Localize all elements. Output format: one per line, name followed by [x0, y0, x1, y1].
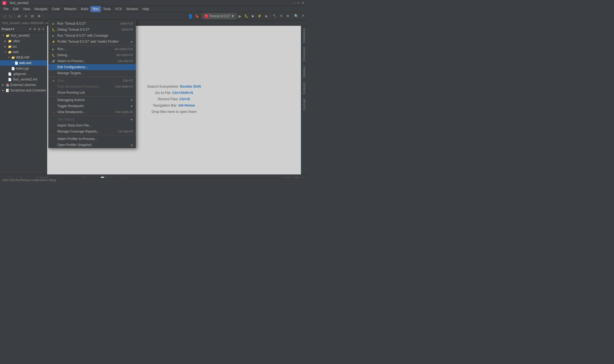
- toolbar-sync-btn[interactable]: ⇄: [16, 13, 22, 19]
- manage-coverage-shortcut: Ctrl+Alt+F6: [118, 130, 133, 133]
- menu-run-coverage[interactable]: ▶ Run 'Tomcat 8.5.57' with Coverage: [49, 33, 136, 39]
- coverage-button[interactable]: ▶: [250, 13, 256, 19]
- toolbar-settings-btn[interactable]: ⚙: [285, 13, 291, 19]
- tree-item-indexjsp[interactable]: ▶ 📄 index.jsp: [0, 66, 47, 71]
- tree-item-scratches[interactable]: ▶ 📝 Scratches and Consoles: [0, 88, 47, 93]
- menu-help[interactable]: Help: [140, 6, 151, 12]
- toolbar-reload-btn[interactable]: ↻: [278, 13, 284, 19]
- menu-toggle-bp[interactable]: Toggle Breakpoint ▶: [49, 103, 136, 109]
- tree-item-iml[interactable]: ▶ 📄 Test_servlet2.iml: [0, 77, 47, 82]
- menu-show-running[interactable]: Show Running List: [49, 90, 136, 96]
- menu-open-profiler[interactable]: Open Profiler Snapshot ▶: [49, 142, 136, 148]
- right-tab-ai[interactable]: AI Assistant: [302, 45, 306, 64]
- expand-arrow-webinf: ▼: [8, 56, 10, 59]
- menu-stop[interactable]: ⏹ Stop Ctrl+F2: [49, 78, 136, 84]
- menu-run-generic[interactable]: ▶ Run... Alt+Shift+F10: [49, 46, 136, 52]
- menu-stop-bg[interactable]: Stop Background Processes... Ctrl+Shift+…: [49, 84, 136, 90]
- breadcrumb-webinf[interactable]: WEB-INF: [31, 21, 43, 25]
- toolbar-list-btn[interactable]: ≡: [23, 13, 29, 19]
- debug-generic-label: Debug...: [57, 53, 70, 57]
- menu-view[interactable]: View: [21, 6, 32, 12]
- menu-bar: File Edit View Navigate Code Refactor Bu…: [0, 6, 307, 12]
- toolbar-gear-btn[interactable]: ⚙: [36, 13, 42, 19]
- toolbar-collapse-btn[interactable]: ⊟: [29, 13, 35, 19]
- sidebar-settings-icon[interactable]: ⚙: [33, 27, 36, 31]
- tree-item-webinf[interactable]: ▼ 📁 WEB-INF: [0, 55, 47, 60]
- tree-item-idea[interactable]: ▶ 📁 .idea: [0, 38, 47, 44]
- sidebar-close-icon[interactable]: ✕: [41, 27, 45, 31]
- tree-item-gitignore[interactable]: ▶ 📄 .gitignore: [0, 71, 47, 77]
- run-button[interactable]: ▶: [237, 13, 243, 19]
- build-button[interactable]: 🔨: [272, 13, 278, 19]
- hint-key-4: Alt+Home: [178, 103, 195, 107]
- menu-run[interactable]: Run: [90, 6, 101, 12]
- right-tab-endpoints[interactable]: Endpoints: [302, 80, 306, 96]
- menu-manage-coverage[interactable]: Manage Coverage Reports... Ctrl+Alt+F6: [49, 128, 136, 134]
- run-config-selector[interactable]: T Tomcat 8.5.57 ▼: [203, 13, 236, 19]
- toolbar-forward-btn[interactable]: ▷: [8, 13, 14, 19]
- manage-coverage-label: Manage Coverage Reports...: [57, 130, 100, 133]
- toolbar: ◁ ▷ ⇄ ≡ ⊟ ⚙ 👤 🔖 T Tomcat 8.5.57 ▼ ▶ 🐛 ▶ …: [0, 12, 307, 20]
- expand-arrow-idea: ▶: [4, 40, 7, 42]
- menu-debug-actions[interactable]: Debugging Actions ▶: [49, 97, 136, 103]
- menu-manage-targets[interactable]: Manage Targets...: [49, 70, 136, 76]
- right-tab-notifications[interactable]: Notifications: [302, 26, 306, 45]
- menu-run-tomcat[interactable]: ▶ Run 'Tomcat 8.5.57' Shift+F10: [49, 21, 136, 27]
- toolbar-user-btn[interactable]: 👤: [187, 13, 194, 19]
- open-profiler-label: Open Profiler Snapshot: [57, 143, 92, 147]
- test-history-label: Test History: [57, 117, 75, 121]
- menu-edit[interactable]: Edit: [11, 6, 21, 12]
- run-dropdown-menu: ▶ Run 'Tomcat 8.5.57' Shift+F10 🐛 Debug …: [48, 20, 136, 148]
- menu-test-history[interactable]: Test History ▶: [49, 116, 136, 122]
- right-sidebar: Notifications AI Assistant Database Endp…: [301, 26, 307, 174]
- toggle-bp-arrow: ▶: [131, 105, 133, 107]
- menu-build[interactable]: Build: [79, 6, 90, 12]
- tree-label-idea: .idea: [13, 39, 20, 43]
- close-button[interactable]: ✕: [301, 1, 305, 5]
- toolbar-back-btn[interactable]: ◁: [1, 13, 7, 19]
- maximize-button[interactable]: □: [297, 1, 300, 5]
- sidebar-collapse-icon[interactable]: ⊟: [37, 27, 41, 31]
- menu-tools[interactable]: Tools: [101, 6, 113, 12]
- tree-item-web[interactable]: ▼ 📁 web: [0, 49, 47, 55]
- menu-edit-config[interactable]: Edit Configurations...: [49, 64, 136, 70]
- debug-button[interactable]: 🐛: [243, 13, 249, 19]
- tree-item-root[interactable]: ▼ 📁 Test_servlet2: [0, 33, 47, 38]
- menu-refactor[interactable]: Refactor: [62, 6, 79, 12]
- menu-attach-profiler[interactable]: Attach Profiler to Process...: [49, 136, 136, 142]
- open-profiler-arrow: ▶: [131, 144, 133, 146]
- tree-item-webxml[interactable]: ▶ 📄 web.xml: [0, 60, 47, 66]
- profile-button[interactable]: ⚡: [257, 13, 263, 19]
- menu-debug-tomcat[interactable]: 🐛 Debug 'Tomcat 8.5.57' Shift+F9: [49, 27, 136, 33]
- hint-label-5: Drop files here to open them: [152, 110, 197, 114]
- menu-window[interactable]: Window: [124, 6, 140, 12]
- hint-label-3: Recent Files: [158, 97, 178, 101]
- menu-code[interactable]: Code: [50, 6, 62, 12]
- tree-item-src[interactable]: ▶ 📁 src: [0, 44, 47, 49]
- breadcrumb-project[interactable]: Test_servlet2: [2, 21, 20, 25]
- file-icon-iml: 📄: [8, 78, 12, 81]
- menu-attach-process[interactable]: 🔗 Attach to Process... Ctrl+Alt+F5: [49, 58, 136, 64]
- menu-import-tests[interactable]: Import Tests from File...: [49, 122, 136, 128]
- breadcrumb-web[interactable]: web: [22, 21, 28, 25]
- help-button[interactable]: ?: [300, 13, 306, 19]
- menu-navigate[interactable]: Navigate: [32, 6, 50, 12]
- debug-generic-icon: 🐛: [51, 53, 56, 57]
- tree-item-extlibs[interactable]: ▶ 📚 External Libraries: [0, 82, 47, 88]
- stop-button[interactable]: ⏹: [263, 13, 269, 19]
- menu-vcs[interactable]: VCS: [113, 6, 124, 12]
- search-button[interactable]: 🔍: [293, 13, 299, 19]
- menu-profile-tomcat[interactable]: ⚡ Profile 'Tomcat 8.5.57' with 'IntelliJ…: [49, 39, 136, 45]
- run-config-label: Tomcat 8.5.57: [209, 14, 230, 18]
- test-history-icon: [51, 117, 56, 122]
- right-tab-database[interactable]: Database: [302, 64, 306, 80]
- menu-file[interactable]: File: [1, 6, 11, 12]
- menu-debug-generic[interactable]: 🐛 Debug... Alt+Shift+F9: [49, 52, 136, 58]
- menu-divider-1: [49, 45, 136, 45]
- minimize-button[interactable]: ─: [292, 1, 296, 5]
- toolbar-bookmark-btn[interactable]: 🔖: [194, 13, 200, 19]
- sidebar-sync-icon[interactable]: ⇄: [28, 27, 32, 31]
- menu-view-bp[interactable]: ● View Breakpoints... Ctrl+Shift+F8: [49, 109, 136, 115]
- right-tab-coverage[interactable]: Coverage: [302, 96, 306, 113]
- expand-arrow-src: ▶: [4, 45, 7, 48]
